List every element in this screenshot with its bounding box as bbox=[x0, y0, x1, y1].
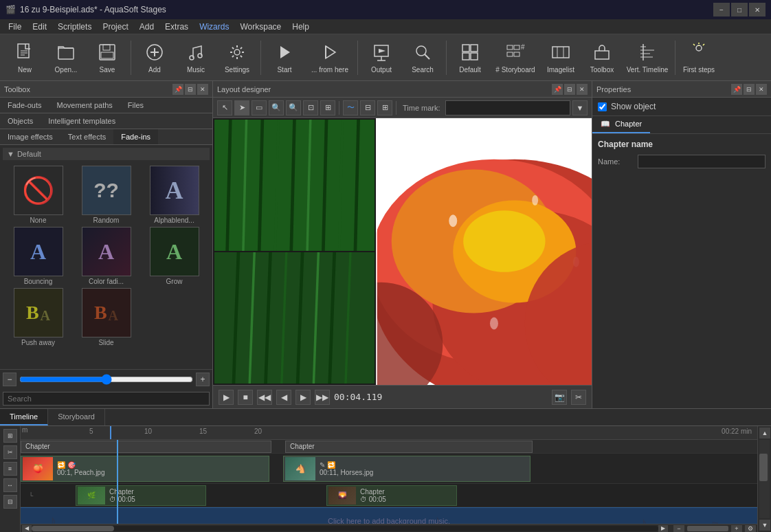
menu-extras[interactable]: Extras bbox=[159, 21, 194, 33]
tab-fade-ins[interactable]: Fade-ins bbox=[113, 129, 158, 144]
tl-ctrl-btn-5[interactable]: ⊟ bbox=[3, 495, 17, 509]
storyboard-button[interactable]: # # Storyboard bbox=[492, 38, 539, 78]
tl-scroll-track[interactable] bbox=[32, 526, 658, 531]
ld-pin-button[interactable]: 📌 bbox=[552, 84, 563, 95]
tl-settings-btn[interactable]: ⚙ bbox=[745, 525, 756, 532]
menu-scriptlets[interactable]: Scriptlets bbox=[52, 21, 97, 33]
toolbox-search-input[interactable] bbox=[3, 392, 210, 406]
scissors-button[interactable]: ✂ bbox=[571, 390, 586, 405]
toolbox-button[interactable]: Toolbox bbox=[583, 38, 621, 78]
add-button[interactable]: Add bbox=[135, 38, 174, 78]
tab-movement-paths[interactable]: Movement paths bbox=[49, 98, 120, 113]
ld-arrow-btn[interactable]: ➤ bbox=[234, 100, 249, 115]
menu-add[interactable]: Add bbox=[134, 21, 159, 33]
first-steps-button[interactable]: First steps bbox=[680, 38, 718, 78]
name-input[interactable] bbox=[638, 155, 766, 168]
ld-expand-btn[interactable]: ⊞ bbox=[377, 100, 392, 115]
fade-item-bouncing[interactable]: A Bouncing bbox=[5, 227, 71, 285]
tab-image-effects[interactable]: Image effects bbox=[0, 129, 60, 144]
new-button[interactable]: New bbox=[5, 38, 44, 78]
tl-tab-storyboard[interactable]: Storyboard bbox=[48, 409, 105, 425]
show-object-checkbox[interactable] bbox=[598, 102, 607, 111]
fade-item-none[interactable]: 🚫 None bbox=[5, 166, 71, 224]
sub-chapter-block-1[interactable]: 🌿 Chapter ⏱ 00:05 bbox=[76, 485, 206, 506]
next-frame-button[interactable]: ▶ bbox=[295, 390, 311, 405]
props-float-button[interactable]: ⊟ bbox=[744, 84, 755, 95]
fade-item-alphablend[interactable]: A Alphablend... bbox=[142, 166, 207, 224]
tab-fade-outs[interactable]: Fade-outs bbox=[0, 98, 49, 113]
search-button[interactable]: Search bbox=[403, 38, 442, 78]
fast-forward-button[interactable]: ▶▶ bbox=[315, 390, 330, 405]
rewind-button[interactable]: ◀◀ bbox=[257, 390, 272, 405]
chapter-block-1[interactable]: Chapter bbox=[21, 441, 271, 453]
ld-wave-btn[interactable]: 〜 bbox=[343, 100, 358, 115]
ld-float-button[interactable]: ⊟ bbox=[564, 84, 575, 95]
fade-item-pushaway[interactable]: BA Push away bbox=[5, 288, 71, 346]
ld-zoom-in-btn[interactable]: 🔍 bbox=[286, 100, 301, 115]
tab-objects[interactable]: Objects bbox=[0, 113, 41, 129]
open-button[interactable]: Open... bbox=[47, 38, 85, 78]
tl-plus-btn[interactable]: + bbox=[731, 525, 742, 532]
save-button[interactable]: Save bbox=[88, 38, 126, 78]
toolbox-pin-button[interactable]: 📌 bbox=[172, 84, 183, 95]
titlebar-controls[interactable]: − □ ✕ bbox=[713, 3, 766, 16]
menu-file[interactable]: File bbox=[3, 21, 27, 33]
minimize-button[interactable]: − bbox=[713, 3, 730, 16]
ld-select-btn[interactable]: ↖ bbox=[217, 100, 232, 115]
stop-button[interactable]: ■ bbox=[238, 390, 253, 405]
fade-item-random[interactable]: ?? Random bbox=[74, 166, 139, 224]
menu-edit[interactable]: Edit bbox=[27, 21, 52, 33]
fade-item-slide[interactable]: BA Slide bbox=[74, 288, 139, 346]
tl-scroll-left[interactable]: ◀ bbox=[22, 525, 32, 532]
ld-zoom-out-btn[interactable]: 🔍 bbox=[269, 100, 284, 115]
close-button[interactable]: ✕ bbox=[749, 3, 766, 16]
chapter-block-2[interactable]: Chapter bbox=[285, 441, 533, 453]
play-button[interactable]: ▶ bbox=[219, 390, 234, 405]
props-close-button[interactable]: ✕ bbox=[756, 84, 767, 95]
layout-designer-preview[interactable] bbox=[213, 118, 592, 385]
fade-item-colorfading[interactable]: A Color fadi... bbox=[74, 227, 139, 285]
toolbox-close-button[interactable]: ✕ bbox=[197, 84, 208, 95]
tl-scroll-up[interactable]: ▲ bbox=[759, 428, 770, 439]
tl-scroll-thumb[interactable] bbox=[32, 526, 114, 531]
tl-ctrl-btn-2[interactable]: ✂ bbox=[3, 445, 17, 459]
tl-minus-btn[interactable]: − bbox=[673, 525, 684, 532]
menu-project[interactable]: Project bbox=[97, 21, 133, 33]
maximize-button[interactable]: □ bbox=[731, 3, 748, 16]
fade-item-grow[interactable]: A Grow bbox=[142, 227, 207, 285]
tl-scroll-right[interactable]: ▶ bbox=[658, 525, 668, 532]
music-button[interactable]: Music bbox=[177, 38, 215, 78]
sub-chapter-block-2[interactable]: 🌄 Chapter ⏱ 00:05 bbox=[326, 485, 457, 506]
tl-zoom-slider[interactable] bbox=[687, 526, 728, 531]
image-block-peach[interactable]: 🍑 🔁 🎯 00:1, Peach.jpg bbox=[21, 456, 269, 482]
toolbox-minus-btn[interactable]: − bbox=[3, 373, 16, 386]
imagelist-button[interactable]: Imagelist bbox=[541, 38, 580, 78]
start-button[interactable]: Start bbox=[265, 38, 304, 78]
image-block-horses[interactable]: 🐴 ✎ 🔁 00:11, Horses.jpg bbox=[283, 456, 530, 482]
tl-ctrl-btn-1[interactable]: ⊞ bbox=[3, 429, 17, 443]
tab-intelligent-templates[interactable]: Intelligent templates bbox=[41, 113, 123, 129]
ld-crop-btn[interactable]: ⊟ bbox=[360, 100, 375, 115]
toolbox-plus-btn[interactable]: + bbox=[196, 373, 210, 386]
tl-scroll-down[interactable]: ▼ bbox=[759, 520, 770, 531]
ld-zoom-fit-btn[interactable]: ⊡ bbox=[303, 100, 318, 115]
toolbox-scroll[interactable] bbox=[19, 377, 193, 382]
tab-text-effects[interactable]: Text effects bbox=[60, 129, 113, 144]
vert-timeline-button[interactable]: Vert. Timeline bbox=[624, 38, 671, 78]
tl-vertical-scroll[interactable] bbox=[759, 440, 770, 518]
output-button[interactable]: Output bbox=[362, 38, 401, 78]
menu-wizards[interactable]: Wizards bbox=[194, 21, 234, 33]
menu-workspace[interactable]: Workspace bbox=[234, 21, 287, 33]
ld-grid-btn[interactable]: ⊞ bbox=[320, 100, 335, 115]
settings-button[interactable]: Settings bbox=[218, 38, 256, 78]
tab-files[interactable]: Files bbox=[120, 98, 151, 113]
camera-button[interactable]: 📷 bbox=[552, 390, 567, 405]
time-mark-input[interactable] bbox=[445, 100, 570, 115]
default-button[interactable]: Default bbox=[451, 38, 489, 78]
prev-frame-button[interactable]: ◀ bbox=[276, 390, 291, 405]
ld-close-button[interactable]: ✕ bbox=[577, 84, 588, 95]
ld-rect-btn[interactable]: ▭ bbox=[252, 100, 267, 115]
toolbox-float-button[interactable]: ⊟ bbox=[185, 84, 196, 95]
tl-ctrl-btn-3[interactable]: ≡ bbox=[3, 462, 17, 476]
tl-vscroll-thumb[interactable] bbox=[759, 454, 768, 481]
